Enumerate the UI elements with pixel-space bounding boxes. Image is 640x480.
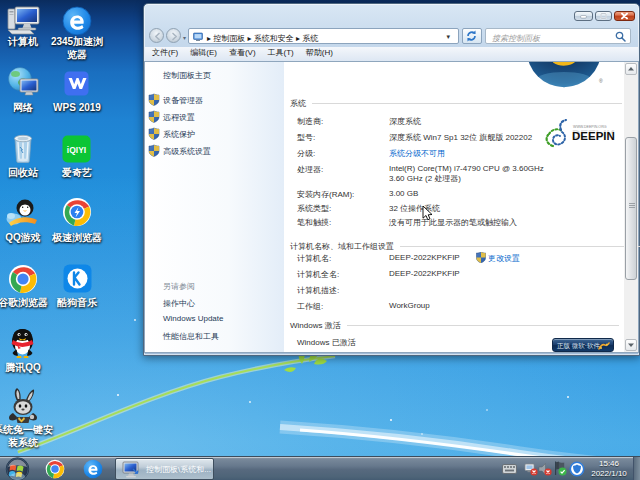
svg-text:®: ®: [599, 78, 603, 84]
svg-text:iQIYI: iQIYI: [67, 145, 86, 155]
svg-text:DEEPIN: DEEPIN: [572, 128, 615, 140]
